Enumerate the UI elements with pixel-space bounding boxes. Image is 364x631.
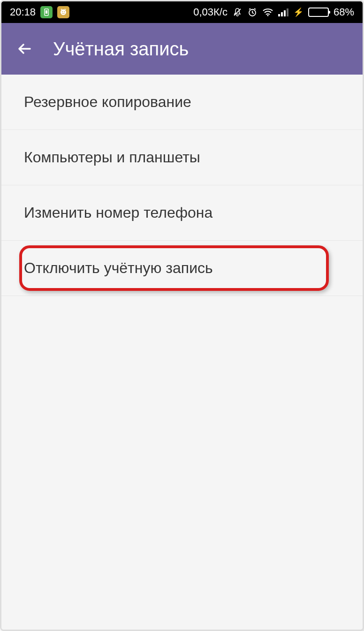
status-right: 0,03К/с <box>193 6 354 18</box>
device-frame: 20:18 0,03К/с <box>0 0 364 631</box>
svg-point-7 <box>267 15 268 16</box>
status-app-icon-1 <box>40 6 53 18</box>
signal-icon <box>278 8 288 16</box>
svg-rect-1 <box>46 10 47 14</box>
back-button[interactable] <box>15 39 34 58</box>
battery-percent: 68% <box>334 6 354 18</box>
charging-icon: ⚡ <box>293 7 303 17</box>
app-header: Учётная запись <box>1 23 363 75</box>
status-app-icon-2 <box>57 6 69 18</box>
status-left: 20:18 <box>10 6 69 18</box>
data-rate: 0,03К/с <box>193 6 228 18</box>
battery-icon <box>308 8 329 17</box>
menu-item-label: Компьютеры и планшеты <box>24 149 200 166</box>
alarm-icon <box>247 7 258 17</box>
menu-item-deactivate-account[interactable]: Отключить учётную запись <box>1 241 363 296</box>
menu-item-computers-tablets[interactable]: Компьютеры и планшеты <box>1 130 363 185</box>
svg-line-5 <box>234 9 241 15</box>
mute-icon <box>232 7 243 17</box>
status-time: 20:18 <box>10 6 36 18</box>
menu-item-label: Изменить номер телефона <box>24 204 212 221</box>
page-title: Учётная запись <box>53 38 189 60</box>
menu-item-change-phone[interactable]: Изменить номер телефона <box>1 185 363 241</box>
menu-item-label: Резервное копирование <box>24 93 191 110</box>
menu-item-label: Отключить учётную запись <box>24 259 213 276</box>
content-area: Резервное копирование Компьютеры и планш… <box>1 75 363 630</box>
svg-point-2 <box>61 9 66 15</box>
arrow-left-icon <box>16 40 34 58</box>
svg-point-3 <box>62 11 63 12</box>
wifi-icon <box>262 8 273 17</box>
status-bar: 20:18 0,03К/с <box>1 1 363 23</box>
svg-point-4 <box>64 11 65 12</box>
menu-item-backup[interactable]: Резервное копирование <box>1 75 363 130</box>
